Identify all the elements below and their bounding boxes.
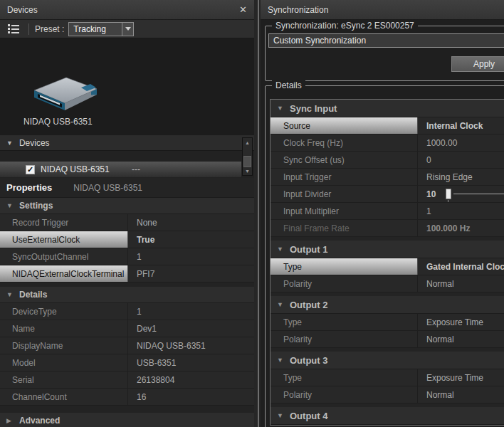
property-value-useexternalclock[interactable]: True [128, 231, 254, 248]
scroll-up-button[interactable]: ▲ [243, 138, 252, 147]
property-row-polarity[interactable]: PolarityNormal [271, 275, 504, 292]
property-row-final-frame-rate[interactable]: Final Frame Rate100.000 Hz [271, 220, 504, 237]
property-value-input-multiplier[interactable]: 1 [418, 203, 504, 219]
property-row-source[interactable]: SourceInternal Clock [271, 117, 504, 135]
property-label-syncoutputchannel[interactable]: SyncOutputChannel [0, 248, 128, 265]
property-value-sync-offset-us[interactable]: 0 [418, 152, 504, 168]
property-row-input-trigger[interactable]: Input TriggerRising Edge [271, 169, 504, 186]
sync-groupbox-legend: Synchronization: eSync 2 ES000257 [272, 21, 418, 31]
property-value-text: 1 [426, 206, 431, 216]
property-row-input-divider[interactable]: Input Divider10 [271, 186, 504, 203]
property-row-sync-offset-us[interactable]: Sync Offset (us)0 [271, 152, 504, 169]
collapse-triangle-icon: ▼ [277, 301, 284, 308]
property-value-polarity[interactable]: Normal [418, 275, 504, 292]
property-value-polarity[interactable]: Normal [418, 386, 504, 403]
property-label-serial[interactable]: Serial [0, 371, 128, 388]
apply-button[interactable]: Apply [451, 56, 504, 72]
property-row-devicetype[interactable]: DeviceType1 [0, 303, 254, 320]
property-row-polarity[interactable]: PolarityNormal [271, 331, 504, 348]
property-value-nidaqexternalclockterminal[interactable]: PFI7 [128, 265, 254, 282]
property-label-devicetype[interactable]: DeviceType [0, 303, 128, 320]
panel-splitter[interactable] [254, 0, 261, 427]
close-icon[interactable]: ✕ [239, 5, 247, 14]
property-row-syncoutputchannel[interactable]: SyncOutputChannel1 [0, 248, 254, 265]
property-value-serial[interactable]: 26138804 [128, 371, 254, 388]
section-header-output-1[interactable]: ▼Output 1 [271, 241, 504, 258]
property-value-final-frame-rate[interactable]: 100.000 Hz [418, 220, 504, 236]
chevron-down-icon[interactable] [122, 23, 133, 36]
property-value-source[interactable]: Internal Clock [418, 117, 504, 134]
property-label-name[interactable]: Name [0, 320, 128, 337]
property-value-type[interactable]: Exposure Time [418, 369, 504, 386]
property-value-type[interactable]: Gated Internal Clock [418, 258, 504, 275]
property-value-input-trigger[interactable]: Rising Edge [418, 169, 504, 185]
sync-type-dropdown[interactable]: Custom Synchronization [268, 33, 504, 48]
collapse-triangle-icon: ▼ [6, 202, 14, 209]
property-label-record-trigger[interactable]: Record Trigger [0, 214, 128, 231]
property-row-serial[interactable]: Serial26138804 [0, 371, 254, 389]
property-label-input-divider[interactable]: Input Divider [271, 186, 418, 202]
property-label-final-frame-rate[interactable]: Final Frame Rate [271, 220, 418, 236]
property-value-displayname[interactable]: NIDAQ USB-6351 [128, 337, 254, 354]
property-label-polarity[interactable]: Polarity [271, 331, 418, 347]
property-row-polarity[interactable]: PolarityNormal [271, 386, 504, 404]
device-list-row[interactable]: ✓ NIDAQ USB-6351 --- [0, 162, 241, 177]
section-header-output-2[interactable]: ▼Output 2 [271, 296, 504, 314]
property-label-polarity[interactable]: Polarity [271, 275, 418, 292]
section-details: ▼DetailsDeviceType1NameDev1DisplayNameNI… [0, 287, 254, 406]
device-enabled-checkbox[interactable]: ✓ [26, 165, 35, 174]
device-list-view-button[interactable] [4, 22, 23, 36]
property-row-type[interactable]: TypeExposure Time [271, 369, 504, 386]
property-row-type[interactable]: TypeGated Internal Clock [271, 258, 504, 275]
property-value-model[interactable]: USB-6351 [128, 354, 254, 371]
property-row-model[interactable]: ModelUSB-6351 [0, 354, 254, 371]
slider-handle[interactable] [446, 189, 451, 199]
property-label-useexternalclock[interactable]: UseExternalClock [0, 231, 128, 248]
section-header-advanced[interactable]: ▶Advanced [0, 413, 254, 427]
property-label-source[interactable]: Source [271, 117, 418, 134]
property-value-text: Normal [426, 334, 454, 344]
property-label-clock-freq-hz[interactable]: Clock Freq (Hz) [271, 135, 418, 151]
property-label-type[interactable]: Type [271, 369, 418, 386]
property-row-clock-freq-hz[interactable]: Clock Freq (Hz)1000.00 [271, 135, 504, 152]
device-list-group-header[interactable]: ▼ Devices [0, 135, 254, 151]
scrollbar-thumb[interactable] [243, 156, 251, 167]
property-label-polarity[interactable]: Polarity [271, 386, 418, 403]
section-header-output-3[interactable]: ▼Output 3 [271, 352, 504, 369]
property-value-devicetype[interactable]: 1 [128, 303, 254, 320]
property-value-name[interactable]: Dev1 [128, 320, 254, 337]
property-label-input-multiplier[interactable]: Input Multiplier [271, 203, 418, 219]
scroll-down-button[interactable]: ▼ [243, 167, 252, 175]
property-label-input-trigger[interactable]: Input Trigger [271, 169, 418, 185]
preset-dropdown[interactable]: Tracking [68, 22, 134, 36]
property-row-nidaqexternalclockterminal[interactable]: NIDAQExternalClockTerminalPFI7 [0, 265, 254, 283]
property-row-channelcount[interactable]: ChannelCount16 [0, 389, 254, 406]
property-label-channelcount[interactable]: ChannelCount [0, 389, 128, 405]
property-value-channelcount[interactable]: 16 [128, 389, 254, 405]
property-value-type[interactable]: Exposure Time [418, 314, 504, 330]
property-label-nidaqexternalclockterminal[interactable]: NIDAQExternalClockTerminal [0, 265, 128, 282]
property-label-type[interactable]: Type [271, 258, 418, 275]
property-label-displayname[interactable]: DisplayName [0, 337, 128, 354]
property-row-record-trigger[interactable]: Record TriggerNone [0, 214, 254, 231]
property-value-polarity[interactable]: Normal [418, 331, 504, 347]
input-divider-slider[interactable] [446, 186, 504, 202]
section-header-settings[interactable]: ▼Settings [0, 198, 254, 214]
section-header-sync-input[interactable]: ▼Sync Input [271, 100, 504, 117]
property-row-displayname[interactable]: DisplayNameNIDAQ USB-6351 [0, 337, 254, 354]
property-row-input-multiplier[interactable]: Input Multiplier1 [271, 203, 504, 220]
property-value-input-divider[interactable]: 10 [418, 186, 504, 202]
property-row-type[interactable]: TypeExposure Time [271, 314, 504, 331]
preset-dropdown-value: Tracking [69, 23, 122, 36]
section-header-output-4[interactable]: ▼Output 4 [271, 407, 504, 425]
property-value-clock-freq-hz[interactable]: 1000.00 [418, 135, 504, 151]
property-label-type[interactable]: Type [271, 314, 418, 330]
devices-list-scrollbar[interactable]: ▲ ▼ [242, 137, 253, 176]
property-label-sync-offset-us[interactable]: Sync Offset (us) [271, 152, 418, 168]
property-value-record-trigger[interactable]: None [128, 214, 254, 231]
property-row-name[interactable]: NameDev1 [0, 320, 254, 337]
section-header-details[interactable]: ▼Details [0, 287, 254, 303]
property-row-useexternalclock[interactable]: UseExternalClockTrue [0, 231, 254, 248]
property-label-model[interactable]: Model [0, 354, 128, 371]
property-value-syncoutputchannel[interactable]: 1 [128, 248, 254, 265]
